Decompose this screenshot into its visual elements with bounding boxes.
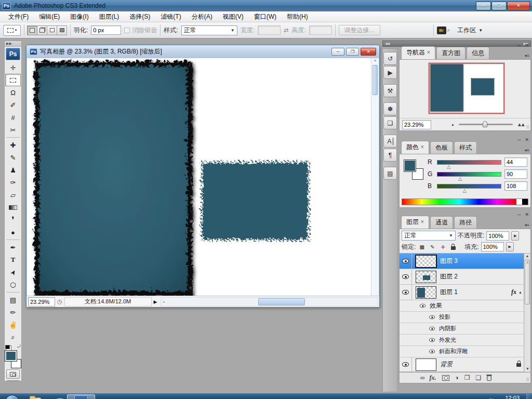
layer-row-2[interactable]: 图层 2 bbox=[400, 269, 530, 285]
visibility-cell[interactable] bbox=[400, 269, 412, 284]
antialias-checkbox[interactable] bbox=[124, 28, 130, 33]
status-flyout-arrow[interactable]: ▶ bbox=[154, 299, 157, 304]
panel-menu-icon[interactable]: ▾≡ bbox=[525, 54, 529, 58]
zoom-out-icon[interactable]: ▲ bbox=[451, 123, 455, 126]
lock-pixels-button[interactable]: ✎ bbox=[428, 243, 436, 251]
new-selection-button[interactable] bbox=[27, 25, 37, 35]
fill-input[interactable] bbox=[481, 242, 504, 251]
lock-position-button[interactable]: ✛ bbox=[438, 243, 447, 251]
add-layer-mask-icon[interactable] bbox=[442, 375, 449, 381]
workspace-menu[interactable]: 工作区 ▼ bbox=[457, 26, 483, 35]
hand-tool[interactable]: ✌ bbox=[5, 318, 21, 331]
green-value-input[interactable] bbox=[504, 169, 527, 179]
visibility-cell[interactable] bbox=[400, 285, 412, 300]
navigator-zoom-thumb[interactable] bbox=[483, 121, 487, 127]
internet-explorer-button[interactable]: e bbox=[45, 394, 65, 399]
lasso-tool[interactable]: Ω bbox=[5, 86, 21, 99]
tab-close-icon[interactable]: × bbox=[420, 218, 424, 225]
document-title-bar[interactable]: Ps 写真相册 @ 23.3% (图层 3, RGB/8) [缩放后] ─ ❐ … bbox=[26, 45, 379, 58]
vertical-scroll-thumb[interactable] bbox=[373, 65, 378, 95]
move-tool[interactable]: ✛ bbox=[5, 61, 21, 74]
tab-swatches[interactable]: 色板 bbox=[430, 141, 453, 154]
blue-slider-thumb[interactable]: △ bbox=[463, 189, 467, 193]
vertical-scrollbar[interactable]: ▲ bbox=[371, 58, 379, 296]
rectangular-marquee-tool[interactable] bbox=[5, 74, 21, 86]
tab-navigator[interactable]: 导航器 × bbox=[401, 46, 435, 59]
link-layers-icon[interactable]: ∞ bbox=[420, 374, 424, 381]
lock-transparent-button[interactable]: ▩ bbox=[418, 243, 426, 251]
brushes-panel-button[interactable]: ✽ bbox=[383, 102, 397, 115]
eye-icon[interactable] bbox=[429, 327, 435, 331]
scroll-thumb[interactable]: ≡ bbox=[525, 260, 530, 304]
blue-value-input[interactable] bbox=[504, 181, 527, 191]
menu-item-select[interactable]: 选择(S) bbox=[124, 11, 155, 22]
layer-row-1[interactable]: 图层 1 fx ▲ bbox=[400, 285, 530, 300]
red-slider-thumb[interactable]: △ bbox=[447, 165, 450, 169]
bridge-button[interactable]: Br ⌕ bbox=[437, 26, 450, 34]
actions-panel-button[interactable]: ▶ bbox=[383, 66, 397, 79]
menu-item-edit[interactable]: 编辑(E) bbox=[34, 11, 65, 22]
tool-presets-panel-button[interactable]: ⚒ bbox=[383, 84, 397, 97]
zoom-in-icon[interactable]: ▲▲ bbox=[517, 122, 524, 127]
menu-item-help[interactable]: 帮助(H) bbox=[282, 11, 313, 22]
black-swatch[interactable] bbox=[522, 199, 528, 205]
scroll-up-icon[interactable]: ▲ bbox=[374, 58, 377, 62]
eye-icon[interactable] bbox=[429, 338, 435, 342]
add-adjustment-layer-icon[interactable]: ◑ bbox=[455, 374, 459, 381]
scroll-down-icon[interactable]: ▼ bbox=[526, 366, 529, 371]
resize-grip[interactable]: ⠿ bbox=[526, 125, 529, 130]
layer-style-badge[interactable]: fx bbox=[511, 288, 516, 296]
panel-minimize-icon[interactable]: ─ bbox=[517, 43, 521, 48]
panel-close-icon[interactable]: ✕ bbox=[525, 43, 529, 48]
red-value-input[interactable] bbox=[504, 157, 527, 167]
screen-mode-button[interactable] bbox=[6, 380, 20, 381]
intersect-selection-button[interactable] bbox=[57, 25, 67, 35]
collapse-effects-icon[interactable]: ▲ bbox=[518, 290, 522, 294]
spot-healing-brush-tool[interactable]: ✚ bbox=[5, 139, 21, 151]
crop-tool[interactable]: # bbox=[5, 111, 21, 124]
horizontal-scrollbar[interactable]: ◄ bbox=[161, 297, 378, 307]
tab-layers[interactable]: 图层 × bbox=[401, 216, 429, 229]
effect-drop-shadow[interactable]: 投影 bbox=[400, 312, 530, 323]
quick-selection-tool[interactable]: ✐ bbox=[5, 99, 21, 111]
add-selection-button[interactable] bbox=[37, 25, 47, 35]
layers-scrollbar[interactable]: ▲ ≡ ▼ bbox=[524, 254, 530, 372]
clock[interactable]: 12:03 2014/4/4 bbox=[497, 395, 520, 399]
subtract-selection-button[interactable] bbox=[47, 25, 57, 35]
opacity-input[interactable] bbox=[486, 231, 509, 241]
canvas[interactable] bbox=[27, 58, 372, 296]
navigator-zoom-input[interactable] bbox=[402, 120, 431, 129]
new-group-icon[interactable]: ❐ bbox=[464, 374, 470, 381]
tab-close-icon[interactable]: × bbox=[420, 143, 424, 151]
navigator-view-box[interactable] bbox=[429, 63, 504, 114]
foreground-color-swatch[interactable] bbox=[404, 159, 416, 172]
scroll-up-icon[interactable]: ▲ bbox=[526, 254, 529, 258]
color-spectrum-ramp[interactable] bbox=[402, 198, 528, 205]
default-colors-icon[interactable] bbox=[5, 345, 10, 349]
history-panel-button[interactable]: ↺ bbox=[383, 52, 397, 65]
brush-tool[interactable]: ✎ bbox=[5, 151, 21, 164]
photoshop-taskbar-button[interactable]: Ps bbox=[67, 394, 95, 399]
effect-inner-shadow[interactable]: 内阴影 bbox=[400, 323, 530, 335]
panel-menu-icon[interactable]: ▾≡ bbox=[525, 223, 529, 228]
tab-histogram[interactable]: 直方图 bbox=[436, 47, 466, 59]
maximize-button[interactable]: ❐ bbox=[491, 2, 507, 10]
panel-close-icon[interactable]: ✕ bbox=[525, 212, 529, 217]
tab-color[interactable]: 颜色 × bbox=[401, 141, 429, 154]
toolbox-collapse-button[interactable]: ▶▶ bbox=[5, 41, 21, 47]
rainbow-ramp[interactable] bbox=[402, 199, 516, 205]
menu-item-image[interactable]: 图像(I) bbox=[65, 11, 94, 22]
navigator-zoom-slider[interactable] bbox=[459, 124, 513, 125]
effects-row[interactable]: 效果 bbox=[400, 300, 530, 312]
foreground-color-swatch[interactable] bbox=[5, 351, 17, 361]
eraser-tool[interactable]: ▱ bbox=[5, 189, 21, 201]
style-select[interactable]: 正常 ▼ bbox=[181, 25, 237, 35]
doc-minimize-button[interactable]: ─ bbox=[331, 48, 344, 56]
gradient-tool[interactable] bbox=[5, 201, 21, 214]
tab-paths[interactable]: 路径 bbox=[454, 216, 477, 229]
add-layer-style-icon[interactable]: fx. bbox=[430, 374, 436, 382]
panel-menu-icon[interactable]: ▾≡ bbox=[525, 148, 529, 153]
zoom-level-input[interactable] bbox=[28, 297, 55, 307]
swap-colors-icon[interactable]: ⤾ bbox=[17, 344, 21, 349]
effect-outer-glow[interactable]: 外发光 bbox=[400, 335, 530, 346]
